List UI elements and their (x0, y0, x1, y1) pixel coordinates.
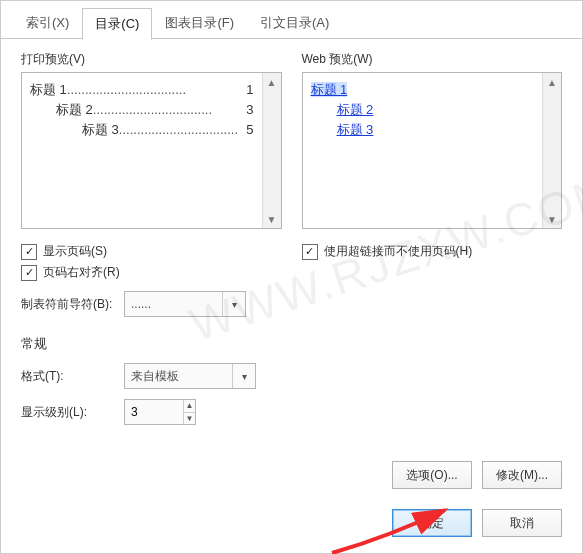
chevron-down-icon: ▾ (222, 292, 245, 316)
tab-figures[interactable]: 图表目录(F) (152, 7, 247, 39)
right-align-label: 页码右对齐(R) (43, 264, 120, 281)
tab-index[interactable]: 索引(X) (13, 7, 82, 39)
checkbox-icon: ✓ (302, 244, 318, 260)
format-value: 来自模板 (125, 368, 185, 385)
toc-text: 标题 1 (30, 81, 67, 99)
spin-up-icon[interactable]: ▲ (184, 400, 195, 412)
show-levels-label: 显示级别(L): (21, 404, 116, 421)
tab-leader-label: 制表符前导符(B): (21, 296, 116, 313)
toc-text: 标题 2 (56, 101, 93, 119)
use-hyperlinks-label: 使用超链接而不使用页码(H) (324, 243, 473, 260)
levels-stepper[interactable]: ▲ ▼ (124, 399, 196, 425)
scroll-up-icon[interactable]: ▲ (263, 73, 281, 91)
general-section-label: 常规 (21, 335, 282, 353)
print-preview-body: 标题 1.................................1标题… (22, 73, 262, 228)
tab-strip: 索引(X) 目录(C) 图表目录(F) 引文目录(A) (1, 1, 582, 39)
spin-down-icon[interactable]: ▼ (184, 412, 195, 425)
cancel-button[interactable]: 取消 (482, 509, 562, 537)
scroll-track[interactable] (263, 91, 281, 210)
tab-leader-value: ...... (125, 297, 157, 311)
chevron-down-icon: ▾ (232, 364, 255, 388)
toc-dialog: 索引(X) 目录(C) 图表目录(F) 引文目录(A) 打印预览(V) 标题 1… (0, 0, 583, 554)
web-scrollbar[interactable]: ▲ ▼ (542, 73, 561, 228)
scroll-track[interactable] (543, 91, 561, 210)
toc-page: 5 (242, 122, 253, 137)
levels-input[interactable] (125, 405, 183, 419)
use-hyperlinks-checkbox[interactable]: ✓ 使用超链接而不使用页码(H) (302, 243, 563, 260)
print-preview-box: 标题 1.................................1标题… (21, 72, 282, 229)
ok-button[interactable]: 确定 (392, 509, 472, 537)
scroll-down-icon[interactable]: ▼ (263, 210, 281, 228)
show-page-numbers-checkbox[interactable]: ✓ 显示页码(S) (21, 243, 282, 260)
right-align-checkbox[interactable]: ✓ 页码右对齐(R) (21, 264, 282, 281)
scroll-down-icon[interactable]: ▼ (543, 210, 561, 228)
toc-line: 标题 1.................................1 (30, 81, 254, 99)
toc-page: 3 (242, 102, 253, 117)
toc-leader: ................................. (119, 122, 242, 137)
toc-leader: ................................. (93, 102, 242, 117)
spinner: ▲ ▼ (183, 400, 195, 424)
web-preview-label: Web 预览(W) (302, 51, 563, 68)
toc-page: 1 (242, 82, 253, 97)
tab-leader-combo[interactable]: ...... ▾ (124, 291, 246, 317)
print-preview-label: 打印预览(V) (21, 51, 282, 68)
print-scrollbar[interactable]: ▲ ▼ (262, 73, 281, 228)
checkbox-icon: ✓ (21, 244, 37, 260)
web-preview-box: 标题 1标题 2标题 3 ▲ ▼ (302, 72, 563, 229)
format-combo[interactable]: 来自模板 ▾ (124, 363, 256, 389)
toc-line: 标题 2.................................3 (30, 101, 254, 119)
web-preview-link[interactable]: 标题 2 (337, 102, 374, 117)
toc-line: 标题 3.................................5 (30, 121, 254, 139)
tab-citations[interactable]: 引文目录(A) (247, 7, 342, 39)
tab-toc[interactable]: 目录(C) (82, 8, 152, 40)
options-button[interactable]: 选项(O)... (392, 461, 472, 489)
toc-text: 标题 3 (82, 121, 119, 139)
web-preview-body: 标题 1标题 2标题 3 (303, 73, 543, 228)
format-label: 格式(T): (21, 368, 116, 385)
scroll-up-icon[interactable]: ▲ (543, 73, 561, 91)
modify-button[interactable]: 修改(M)... (482, 461, 562, 489)
web-preview-link[interactable]: 标题 3 (337, 122, 374, 137)
checkbox-icon: ✓ (21, 265, 37, 281)
toc-leader: ................................. (67, 82, 242, 97)
web-preview-link[interactable]: 标题 1 (311, 82, 348, 97)
show-page-numbers-label: 显示页码(S) (43, 243, 107, 260)
